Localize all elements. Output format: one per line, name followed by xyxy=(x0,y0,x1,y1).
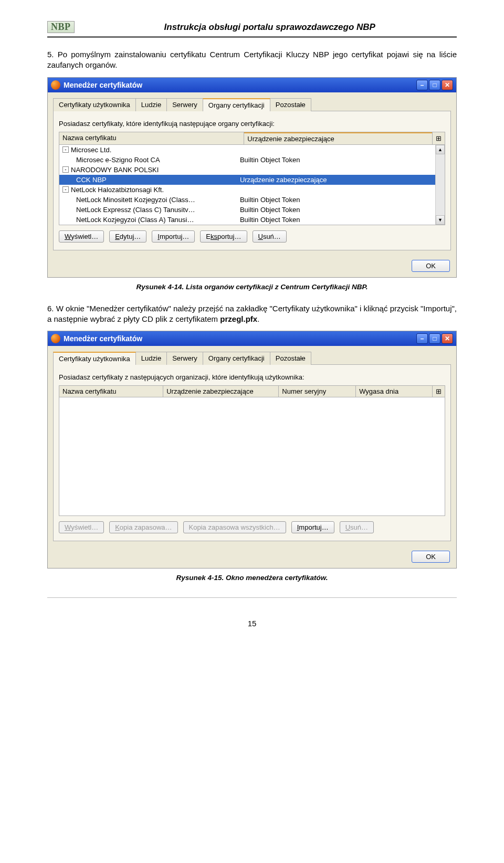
header-rule xyxy=(47,36,457,38)
paragraph-step-6: 6. W oknie "Menedżer certyfikatów" należ… xyxy=(47,303,457,325)
view-button[interactable]: Wyświetl… xyxy=(59,230,104,243)
paragraph-step-5: 5. Po pomyślnym zainstalowaniu certyfika… xyxy=(47,49,457,71)
tab-description: Posiadasz certyfikaty, które identyfikuj… xyxy=(59,120,445,128)
collapse-icon[interactable]: - xyxy=(62,166,69,173)
backup-button: Kopia zapasowa… xyxy=(109,521,177,533)
collapse-icon[interactable]: - xyxy=(62,146,69,153)
nbp-logo: NBP xyxy=(47,21,75,33)
ok-button[interactable]: OK xyxy=(412,260,450,272)
tree-row-selected: CCK NBPUrządzenie zabezpieczające xyxy=(59,175,435,185)
window-title: Menedżer certyfikatów xyxy=(64,81,416,89)
tree-row: -Microsec Ltd. xyxy=(59,145,435,155)
tab-others[interactable]: Pozostałe xyxy=(270,98,311,111)
tree-row: NetLock Expressz (Class C) Tanusitv…Buil… xyxy=(59,205,435,215)
vertical-scrollbar[interactable]: ▲ ▼ xyxy=(435,145,445,225)
cert-tree-empty[interactable] xyxy=(59,397,445,515)
import-button[interactable]: Importuj… xyxy=(152,230,195,243)
tab-description: Posiadasz certyfikaty z następujących or… xyxy=(59,373,445,381)
tab-authorities[interactable]: Organy certyfikacji xyxy=(203,352,270,365)
tab-servers[interactable]: Serwery xyxy=(166,352,203,365)
close-button[interactable]: ✕ xyxy=(442,333,453,344)
button-row: Wyświetl… Kopia zapasowa… Kopia zapasowa… xyxy=(59,521,445,533)
cert-list-header: Nazwa certyfikatu Urządzenie zabezpiecza… xyxy=(59,132,445,145)
screenshot-cert-manager-organs: Menedżer certyfikatów – □ ✕ Certyfikaty … xyxy=(47,77,457,278)
minimize-button[interactable]: – xyxy=(416,333,428,344)
import-button[interactable]: Importuj… xyxy=(291,521,334,533)
tree-row: Microsec e-Szigno Root CABuiltin Object … xyxy=(59,155,435,165)
button-row: Wyświetl… Edytuj… Importuj… Eksportuj… U… xyxy=(59,230,445,243)
minimize-button[interactable]: – xyxy=(416,80,428,90)
scroll-up-icon[interactable]: ▲ xyxy=(436,145,445,154)
col-device[interactable]: Urządzenie zabezpieczające xyxy=(244,132,432,144)
export-button[interactable]: Eksportuj… xyxy=(200,230,247,243)
tree-row: NetLock Minositett Kozjegyzoi (Class…Bui… xyxy=(59,195,435,205)
footer-rule xyxy=(47,597,457,598)
col-cert-name[interactable]: Nazwa certyfikatu xyxy=(59,132,244,144)
cert-list: Nazwa certyfikatu Urządzenie zabezpiecza… xyxy=(59,385,445,516)
col-device[interactable]: Urządzenie zabezpieczające xyxy=(163,386,279,397)
col-cert-name[interactable]: Nazwa certyfikatu xyxy=(59,386,163,397)
close-button[interactable]: ✕ xyxy=(442,80,453,90)
titlebar: Menedżer certyfikatów – □ ✕ xyxy=(48,331,456,346)
firefox-icon xyxy=(51,334,60,343)
maximize-button[interactable]: □ xyxy=(429,80,440,90)
delete-button[interactable]: Usuń… xyxy=(253,230,287,243)
tab-servers[interactable]: Serwery xyxy=(166,98,203,111)
tab-body: Posiadasz certyfikaty, które identyfikuj… xyxy=(53,111,451,250)
tree-row: -NetLock Halozatbiztonsagi Kft. xyxy=(59,185,435,195)
view-button: Wyświetl… xyxy=(59,521,104,533)
scroll-down-icon[interactable]: ▼ xyxy=(436,215,445,225)
window-title: Menedżer certyfikatów xyxy=(64,334,416,343)
tab-others[interactable]: Pozostałe xyxy=(270,352,311,365)
cert-tree[interactable]: -Microsec Ltd. Microsec e-Szigno Root CA… xyxy=(59,145,435,225)
tab-people[interactable]: Ludzie xyxy=(135,352,167,365)
tabs: Certyfikaty użytkownika Ludzie Serwery O… xyxy=(53,98,451,111)
tab-user-certs[interactable]: Certyfikaty użytkownika xyxy=(53,98,136,111)
ok-button[interactable]: OK xyxy=(412,551,450,563)
tree-row: NetLock Kozjegyzoi (Class A) Tanusi…Buil… xyxy=(59,215,435,225)
figure-caption-4-14: Rysunek 4-14. Lista organów certyfikacji… xyxy=(47,283,457,291)
firefox-icon xyxy=(51,80,60,90)
titlebar: Menedżer certyfikatów – □ ✕ xyxy=(48,78,456,92)
collapse-icon[interactable]: - xyxy=(62,186,69,193)
column-picker-icon[interactable]: ⊞ xyxy=(432,132,445,144)
delete-button: Usuń… xyxy=(340,521,374,533)
col-expires[interactable]: Wygasa dnia xyxy=(356,386,432,397)
screenshot-cert-manager-user: Menedżer certyfikatów – □ ✕ Certyfikaty … xyxy=(47,331,457,569)
tab-people[interactable]: Ludzie xyxy=(135,98,167,111)
tab-authorities[interactable]: Organy certyfikacji xyxy=(203,98,270,111)
col-serial[interactable]: Numer seryjny xyxy=(279,386,356,397)
cert-list-header: Nazwa certyfikatu Urządzenie zabezpiecza… xyxy=(59,386,445,397)
tabs: Certyfikaty użytkownika Ludzie Serwery O… xyxy=(53,351,451,365)
page-number: 15 xyxy=(47,619,457,628)
tree-row: -NARODOWY BANK POLSKI xyxy=(59,165,435,175)
cert-list: Nazwa certyfikatu Urządzenie zabezpiecza… xyxy=(59,132,445,225)
backup-all-button: Kopia zapasowa wszystkich… xyxy=(183,521,286,533)
tab-user-certs[interactable]: Certyfikaty użytkownika xyxy=(53,352,136,365)
doc-title: Instrukcja obsługi portalu sprawozdawcze… xyxy=(83,22,457,33)
figure-caption-4-15: Rysunek 4-15. Okno menedżera certyfikató… xyxy=(47,574,457,582)
tab-body: Posiadasz certyfikaty z następujących or… xyxy=(53,365,451,541)
doc-header: NBP Instrukcja obsługi portalu sprawozda… xyxy=(47,21,457,33)
column-picker-icon[interactable]: ⊞ xyxy=(432,386,445,397)
maximize-button[interactable]: □ xyxy=(429,333,440,344)
edit-button[interactable]: Edytuj… xyxy=(109,230,146,243)
